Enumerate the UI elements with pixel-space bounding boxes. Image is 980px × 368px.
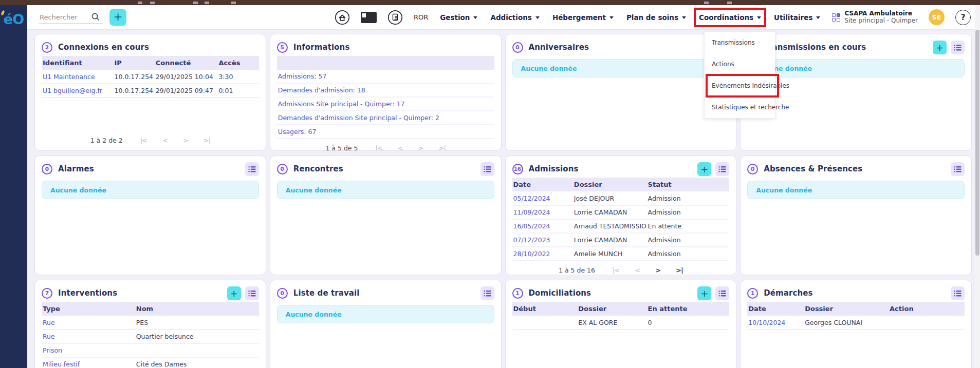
info-link[interactable]: Demandes d'admission Site principal - Qu… <box>277 111 494 125</box>
pager-next-icon: > <box>183 137 188 144</box>
nav-utilitaires-label: Utilitaires <box>774 13 812 22</box>
cell-text: Lorrie CAMADAN <box>573 205 647 219</box>
cell-link[interactable]: U1 Maintenance <box>42 70 114 84</box>
pager-last-icon: >| <box>204 137 210 144</box>
cell-link[interactable]: Rue <box>42 316 135 330</box>
panel-table: DateDossierAction10/10/2024Georges CLOUN… <box>747 302 965 330</box>
panel-actions: + <box>697 162 729 176</box>
search-icon[interactable] <box>91 12 100 22</box>
cell-link[interactable]: Rue <box>42 330 135 343</box>
count-badge: 2 <box>42 42 52 53</box>
panel-body: TypeNomRuePESRueQuartier belsuncePrisonM… <box>42 302 259 368</box>
list-view-icon[interactable] <box>480 162 494 176</box>
panel-body: Aucune donnée <box>747 178 965 270</box>
panel-body: IdentifiantIPConnectéAccèsU1 Maintenance… <box>42 56 259 146</box>
org-selector[interactable]: CSAPA Ambulatoire Site principal - Quimp… <box>832 10 918 25</box>
help-button[interactable]: ? <box>955 10 971 25</box>
cell-link[interactable]: 11/09/2024 <box>512 205 573 219</box>
pagination-label: 1 à 5 de 5 <box>325 144 358 151</box>
cell-link[interactable]: 10/10/2024 <box>747 316 804 330</box>
pager-last-icon[interactable]: >| <box>676 266 683 274</box>
card-icon[interactable] <box>361 12 377 23</box>
cell-link[interactable]: 05/12/2024 <box>512 191 573 205</box>
info-link[interactable]: Demandes d'admission: 18 <box>277 84 494 98</box>
patient-record-icon[interactable] <box>387 10 403 25</box>
list-view-icon[interactable] <box>715 286 729 300</box>
cell-text: Admission <box>647 191 730 205</box>
add-button[interactable]: + <box>933 41 947 54</box>
nav-hebergement[interactable]: Hébergement <box>551 9 615 26</box>
app-logo[interactable]: éO <box>0 11 27 27</box>
table-row[interactable]: 16/05/2024Arnaud TESTADMISSIONEn attente <box>512 219 730 233</box>
info-link[interactable]: Admissions: 57 <box>277 70 494 84</box>
nav-gestion[interactable]: Gestion <box>439 9 478 26</box>
list-view-icon[interactable] <box>951 286 965 300</box>
panel-body: DateDossierAction10/10/2024Georges CLOUN… <box>747 302 965 368</box>
table-row[interactable]: U1 bguillen@eig.fr10.0.17.25429/01/2025 … <box>42 84 259 98</box>
nav-coordinations[interactable]: Coordinations Transmissions Actions Evèn… <box>698 9 762 26</box>
cell-link[interactable]: 07/12/2023 <box>512 233 573 247</box>
table-row[interactable]: 05/12/2024José DEJOURAdmission <box>512 191 730 205</box>
dashboard-grid: 2Connexions en coursIdentifiantIPConnect… <box>27 30 975 368</box>
pager-next-icon[interactable]: > <box>655 266 660 274</box>
header-right-group: ROR Gestion Addictions Hébergement Plan … <box>335 9 971 26</box>
cell-link[interactable]: 16/05/2024 <box>512 219 573 233</box>
table-row[interactable]: Prison <box>42 343 259 357</box>
list-view-icon[interactable] <box>245 162 259 176</box>
add-button[interactable]: + <box>697 162 711 176</box>
menu-item-transmissions[interactable]: Transmissions <box>705 32 775 53</box>
menu-item-actions[interactable]: Actions <box>705 53 775 75</box>
cell-text: 3:30 <box>217 70 258 84</box>
search-input[interactable] <box>40 13 91 21</box>
panel-anniversaires: 0AnniversairesAucune donnée <box>505 34 737 151</box>
cell-link[interactable]: 28/10/2022 <box>512 247 573 261</box>
list-view-icon[interactable] <box>951 41 965 54</box>
home-icon[interactable] <box>335 10 350 25</box>
list-view-icon[interactable] <box>245 286 259 300</box>
info-link[interactable]: Usagers: 67 <box>277 125 494 139</box>
count-badge: 0 <box>747 164 758 175</box>
table-row[interactable]: 10/10/2024Georges CLOUNAI <box>747 316 965 330</box>
count-badge: 1 <box>747 288 758 299</box>
panel-title: Liste de travail <box>293 288 360 298</box>
list-view-icon[interactable] <box>715 162 729 176</box>
table-row[interactable]: 07/12/2023Lorrie CAMADANAdmission <box>512 233 730 247</box>
table-row[interactable]: Milieu festifCité des Dames <box>42 357 259 368</box>
scrollbar-thumb[interactable] <box>975 30 979 256</box>
search-field[interactable] <box>39 10 103 24</box>
panel-domiciliations: 1Domiciliations+DébutDossierEn attenteEX… <box>505 280 737 368</box>
table-row[interactable]: 11/09/2024Lorrie CAMADANAdmission <box>512 205 730 219</box>
list-view-icon[interactable] <box>951 162 965 176</box>
user-avatar[interactable]: SE <box>929 9 945 25</box>
nav-addictions[interactable]: Addictions <box>489 9 540 26</box>
column-header: Identifiant <box>42 56 114 70</box>
table-row[interactable]: EX AL GORE0 <box>512 316 730 330</box>
vertical-scrollbar[interactable] <box>975 5 980 368</box>
table-row[interactable]: RuePES <box>42 316 259 330</box>
menu-item-evenements-indesirables[interactable]: Evènements Indésirables <box>705 75 775 96</box>
panel-body: DateDossierStatut05/12/2024José DEJOURAd… <box>512 178 730 275</box>
cell-link[interactable]: Prison <box>42 343 135 357</box>
chrome-fragment <box>231 2 236 4</box>
column-header: IP <box>114 56 155 70</box>
info-link[interactable]: Admissions Site principal - Quimper: 17 <box>277 98 494 111</box>
global-add-button[interactable]: + <box>109 9 126 26</box>
nav-plan-de-soins[interactable]: Plan de soins <box>625 9 687 26</box>
add-button[interactable]: + <box>697 286 711 300</box>
add-button[interactable]: + <box>227 286 241 300</box>
table-header-row: DébutDossierEn attente <box>512 302 730 316</box>
ror-label[interactable]: ROR <box>414 13 428 21</box>
cell-link[interactable]: U1 bguillen@eig.fr <box>42 84 114 98</box>
nav-utilitaires[interactable]: Utilitaires <box>773 9 821 26</box>
column-header: Type <box>42 302 135 316</box>
list-view-icon[interactable] <box>480 286 494 300</box>
chrome-fragment <box>205 2 209 4</box>
panel-title: Domiciliations <box>529 288 591 298</box>
table-row[interactable]: U1 Maintenance10.0.17.25429/01/2025 10:0… <box>42 70 259 84</box>
menu-item-statistiques[interactable]: Statistiques et recherche <box>705 96 775 118</box>
cell-link[interactable]: Milieu festif <box>42 357 135 368</box>
table-header-row: IdentifiantIPConnectéAccès <box>42 56 259 70</box>
cell-text <box>512 316 578 330</box>
table-row[interactable]: 28/10/2022Amelie MUNCHAdmission <box>512 247 730 261</box>
table-row[interactable]: RueQuartier belsunce <box>42 330 259 343</box>
